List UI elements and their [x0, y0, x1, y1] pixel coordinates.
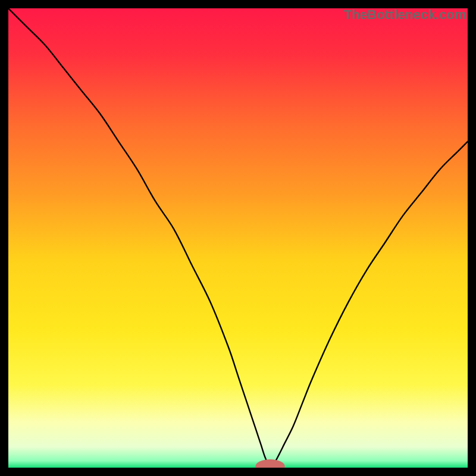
watermark-text: TheBottleneck.com [344, 7, 466, 23]
bottleneck-chart [8, 8, 468, 468]
chart-frame: TheBottleneck.com [8, 8, 468, 468]
chart-background-gradient [8, 8, 468, 468]
